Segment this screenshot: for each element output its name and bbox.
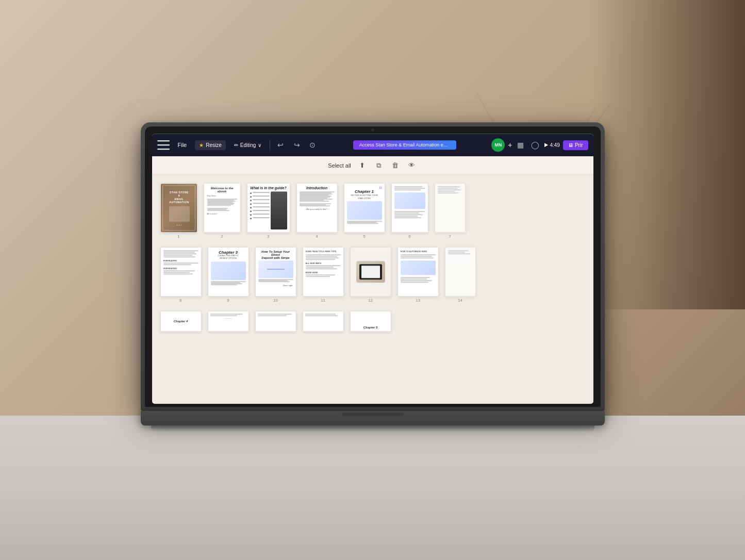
laptop: File ★ Resize ✏ Editing ∨ ↩ bbox=[141, 122, 605, 425]
select-all-bar: Select all ⬆ ⧉ 🗑 👁 bbox=[152, 156, 593, 175]
page-number-13: 13 bbox=[416, 298, 420, 303]
page-item-18[interactable] bbox=[303, 311, 344, 332]
divider bbox=[270, 140, 270, 150]
eye-icon[interactable]: 👁 bbox=[407, 160, 417, 171]
trash-icon[interactable]: 🗑 bbox=[390, 160, 401, 171]
screen-bezel: File ★ Resize ✏ Editing ∨ ↩ bbox=[145, 126, 601, 407]
dark-corner bbox=[590, 0, 745, 309]
page-thumb-7 bbox=[435, 183, 466, 233]
table-surface bbox=[0, 416, 745, 560]
chart-icon[interactable]: ▦ bbox=[515, 140, 526, 150]
user-avatar[interactable]: MN bbox=[491, 138, 505, 152]
page-item-7[interactable]: 7 bbox=[435, 183, 466, 239]
page-thumb-11: SOME PAGE TITLE HERE TYPE ALL NEW WAYS bbox=[303, 247, 344, 297]
page-thumb-10: How To Setup Your DirectDeposit with Str… bbox=[255, 247, 296, 297]
pencil-icon: ✏ bbox=[234, 142, 238, 148]
camera bbox=[371, 128, 374, 131]
timer-sync-icon[interactable]: ⊙ bbox=[307, 140, 318, 150]
page-thumb-3: What is in the guide? bbox=[247, 183, 290, 233]
toolbar-right: MN + ▦ ◯ 4:49 🖥 Prir bbox=[491, 138, 588, 152]
page-thumb-14 bbox=[445, 247, 476, 297]
trackpad-notch bbox=[342, 413, 404, 416]
page-number-1: 1 bbox=[177, 234, 179, 239]
share-icon[interactable]: ⬆ bbox=[357, 160, 368, 171]
page-item-11[interactable]: SOME PAGE TITLE HERE TYPE ALL NEW WAYS bbox=[303, 247, 344, 303]
page-number-7: 7 bbox=[449, 234, 451, 239]
page-number-10: 10 bbox=[273, 298, 278, 303]
page-thumb-1: STAN STORE&EMAILAUTOMATION ✦ ✦ ✦ bbox=[160, 183, 197, 233]
toolbar-center: Access Stan Store & Email Automation ebo… bbox=[322, 140, 487, 150]
canva-app: File ★ Resize ✏ Editing ∨ ↩ bbox=[152, 134, 593, 404]
page-item-13[interactable]: HOW TO AUTOMATE HERE bbox=[398, 247, 439, 303]
page-item-4[interactable]: Introduction bbox=[296, 183, 338, 239]
page-thumb-12 bbox=[350, 247, 391, 297]
page-item-16[interactable]: — — — bbox=[208, 311, 249, 332]
editing-button[interactable]: ✏ Editing ∨ bbox=[230, 140, 266, 150]
star-icon: ★ bbox=[199, 142, 204, 148]
background: File ★ Resize ✏ Editing ∨ ↩ bbox=[0, 0, 745, 560]
pages-row-2: SUBHEADING SUBHEADING bbox=[160, 247, 585, 303]
chevron-down-icon: ∨ bbox=[258, 142, 261, 148]
document-title: Access Stan Store & Email Automation ebo… bbox=[353, 140, 456, 150]
pages-grid[interactable]: STAN STORE&EMAILAUTOMATION ✦ ✦ ✦ 1 bbox=[152, 175, 593, 404]
plus-icon[interactable]: + bbox=[508, 141, 512, 149]
timer-button[interactable]: 4:49 bbox=[544, 142, 559, 148]
page-item-17[interactable] bbox=[255, 311, 296, 332]
screen: File ★ Resize ✏ Editing ∨ ↩ bbox=[152, 134, 593, 404]
comment-icon[interactable]: ◯ bbox=[529, 140, 541, 150]
page-thumb-5: 11 Chapter 1 SETTING & GETTING YOURSTAN … bbox=[344, 183, 385, 233]
page-item-3[interactable]: What is in the guide? bbox=[247, 183, 290, 239]
page-item-6[interactable]: 6 bbox=[391, 183, 428, 239]
page-thumb-16: — — — bbox=[208, 311, 249, 332]
page-thumb-9: Chapter 3 CONNECTING STAN TOPAYMENT OPTI… bbox=[208, 247, 249, 297]
page-item-15[interactable]: Chapter 4 bbox=[160, 311, 202, 332]
page-number-4: 4 bbox=[316, 234, 318, 239]
laptop-base bbox=[141, 411, 605, 425]
page-thumb-18 bbox=[303, 311, 344, 332]
page-item-19[interactable]: Chapter 5 bbox=[350, 311, 391, 332]
page-number-9: 9 bbox=[227, 298, 229, 303]
page-thumb-6 bbox=[391, 183, 428, 233]
copy-icon[interactable]: ⧉ bbox=[374, 160, 384, 171]
page-number-11: 11 bbox=[321, 298, 325, 303]
page-item-2[interactable]: Welcome to the ebook Hey there, bbox=[204, 183, 241, 239]
pages-row-3: Chapter 4 — — — bbox=[160, 311, 585, 332]
page-thumb-4: Introduction bbox=[296, 183, 338, 233]
page-number-14: 14 bbox=[458, 298, 462, 303]
page-number-3: 3 bbox=[267, 234, 269, 239]
page-number-8: 8 bbox=[179, 298, 181, 303]
select-all-button[interactable]: Select all bbox=[328, 162, 351, 169]
undo-button[interactable]: ↩ bbox=[274, 140, 287, 150]
page-thumb-2: Welcome to the ebook Hey there, bbox=[204, 183, 241, 233]
page-thumb-17 bbox=[255, 311, 296, 332]
page-thumb-15: Chapter 4 bbox=[160, 311, 202, 332]
page-item-10[interactable]: How To Setup Your DirectDeposit with Str… bbox=[255, 247, 296, 303]
page-thumb-19: Chapter 5 bbox=[350, 311, 391, 332]
pages-row-1: STAN STORE&EMAILAUTOMATION ✦ ✦ ✦ 1 bbox=[160, 183, 585, 239]
file-button[interactable]: File bbox=[174, 140, 191, 150]
menu-icon[interactable] bbox=[157, 140, 170, 150]
present-button[interactable]: 🖥 Prir bbox=[563, 140, 588, 150]
canva-toolbar: File ★ Resize ✏ Editing ∨ ↩ bbox=[152, 134, 593, 156]
page-thumb-13: HOW TO AUTOMATE HERE bbox=[398, 247, 439, 297]
page-number-6: 6 bbox=[408, 234, 410, 239]
redo-button[interactable]: ↪ bbox=[291, 140, 303, 150]
keyboard-shadow bbox=[151, 425, 594, 432]
laptop-lid: File ★ Resize ✏ Editing ∨ ↩ bbox=[141, 122, 605, 411]
resize-button[interactable]: ★ Resize bbox=[195, 140, 226, 150]
page-item-14[interactable]: 14 bbox=[445, 247, 476, 303]
page-number-2: 2 bbox=[221, 234, 223, 239]
monitor-icon: 🖥 bbox=[568, 142, 573, 148]
page-item-5[interactable]: 11 Chapter 1 SETTING & GETTING YOURSTAN … bbox=[344, 183, 385, 239]
play-icon bbox=[544, 143, 548, 147]
page-item-1[interactable]: STAN STORE&EMAILAUTOMATION ✦ ✦ ✦ 1 bbox=[160, 183, 197, 239]
page-number-12: 12 bbox=[368, 298, 373, 303]
page-number-5: 5 bbox=[363, 234, 365, 239]
page-item-12[interactable]: 12 bbox=[350, 247, 391, 303]
page-thumb-8: SUBHEADING SUBHEADING bbox=[160, 247, 202, 297]
page-item-9[interactable]: Chapter 3 CONNECTING STAN TOPAYMENT OPTI… bbox=[208, 247, 249, 303]
page-item-8[interactable]: SUBHEADING SUBHEADING bbox=[160, 247, 202, 303]
